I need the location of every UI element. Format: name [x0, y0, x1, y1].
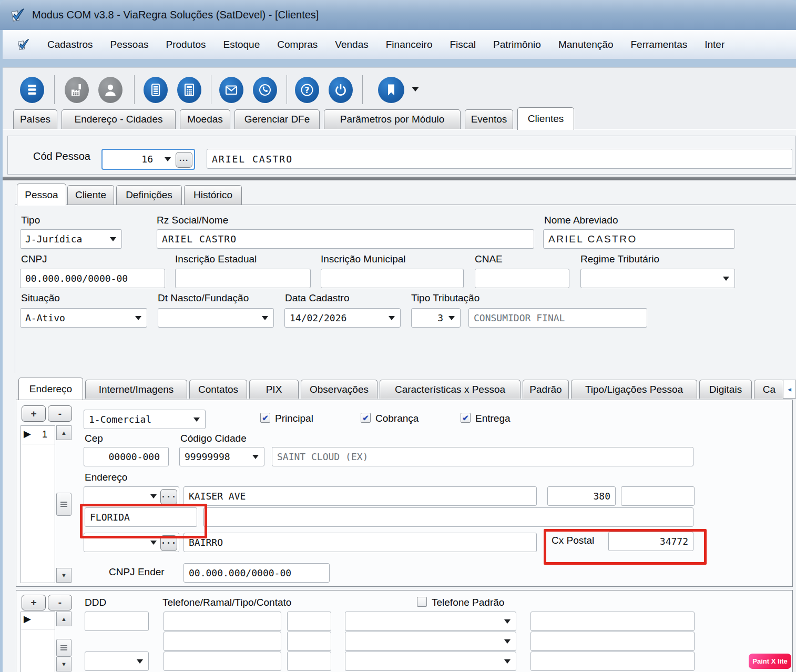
chevron-down-icon[interactable]	[150, 541, 157, 545]
scroll-down-button[interactable]: ▼	[56, 568, 72, 583]
scroll-up-button[interactable]: ▲	[56, 612, 72, 626]
chevron-down-icon[interactable]	[252, 455, 259, 459]
scrollbar-thumb[interactable]	[56, 639, 72, 657]
chevron-down-icon[interactable]	[262, 316, 268, 320]
tab-observacoes[interactable]: Observações	[301, 380, 377, 399]
tab-digitais[interactable]: Digitais	[699, 380, 752, 399]
scroll-down-button[interactable]: ▼	[56, 657, 72, 671]
tab-caracteristicas-pessoa[interactable]: Características x Pessoa	[380, 380, 521, 399]
codigo-cidade-combo[interactable]: 99999998	[179, 447, 264, 466]
tab-internet-imagens[interactable]: Internet/Imagens	[85, 380, 187, 399]
menu-item-cadastros[interactable]: Cadastros	[47, 39, 93, 50]
menu-item-fiscal[interactable]: Fiscal	[450, 39, 476, 50]
menu-item-vendas[interactable]: Vendas	[335, 39, 368, 50]
complemento2-field[interactable]	[203, 507, 693, 527]
regime-tributario-combo[interactable]	[580, 269, 735, 288]
menu-item-ferramentas[interactable]: Ferramentas	[631, 39, 688, 50]
menu-item-manutencao[interactable]: Manutenção	[558, 39, 614, 50]
chevron-down-icon[interactable]	[135, 316, 141, 320]
person-icon[interactable]	[98, 77, 123, 103]
numero-field[interactable]: 380	[547, 486, 616, 506]
address-record-list[interactable]: ▶ 1	[21, 425, 55, 583]
splitter-bar[interactable]	[3, 177, 796, 180]
telefone-field-2[interactable]	[164, 632, 281, 651]
entrega-checkbox[interactable]: ✔	[461, 413, 471, 423]
tab-tipo-ligacoes-pessoa[interactable]: Tipo/Ligações Pessoa	[571, 380, 697, 399]
chevron-down-icon[interactable]	[504, 659, 511, 664]
menu-item-estoque[interactable]: Estoque	[223, 39, 260, 50]
tab-paises[interactable]: Países	[13, 109, 57, 129]
tipo-telefone-combo-2[interactable]	[345, 632, 516, 651]
tipo-endereco-combo[interactable]: 1-Comercial	[84, 410, 206, 429]
ramal-field-2[interactable]	[287, 632, 331, 651]
menu-item-compras[interactable]: Compras	[277, 39, 318, 50]
situacao-combo[interactable]: A-Ativo	[20, 308, 147, 328]
tab-cliente[interactable]: Cliente	[67, 185, 114, 205]
cep-field[interactable]: 00000-000	[84, 447, 169, 466]
help-icon[interactable]: ?	[295, 77, 319, 103]
tab-historico[interactable]: Histórico	[184, 185, 242, 205]
tab-ca[interactable]: Ca	[754, 380, 784, 399]
contato-field-3[interactable]	[530, 651, 695, 671]
phone-record-list[interactable]: ▶	[21, 612, 55, 672]
chevron-down-icon[interactable]	[193, 418, 200, 422]
telefone-padrao-checkbox[interactable]	[417, 597, 427, 607]
cnpj-field[interactable]: 00.000.000/0000-00	[20, 269, 165, 288]
tab-padrao[interactable]: Padrão	[523, 380, 569, 399]
tab-contatos[interactable]: Contatos	[189, 380, 247, 399]
scroll-up-button[interactable]: ▲	[56, 425, 72, 440]
dt-nascto-combo[interactable]	[158, 308, 274, 328]
tipo-logradouro-combo[interactable]: ···	[84, 486, 179, 506]
tab-endereco-cidades[interactable]: Endereço - Cidades	[62, 109, 176, 129]
document-icon[interactable]	[144, 77, 168, 103]
tab-pessoa[interactable]: Pessoa	[17, 184, 66, 206]
tab-pix[interactable]: PIX	[249, 380, 299, 399]
cnae-field[interactable]	[475, 269, 569, 288]
tipo-telefone-combo-3[interactable]	[345, 651, 516, 671]
ddd-field-1[interactable]	[85, 612, 149, 631]
bairro-field[interactable]: BAIRRO	[183, 533, 537, 552]
menu-item-produtos[interactable]: Produtos	[166, 39, 206, 50]
address-scrollbar[interactable]: ▲ ▼	[56, 425, 72, 583]
add-phone-button[interactable]: +	[22, 595, 46, 610]
tab-gerenciar-dfe[interactable]: Gerenciar DFe	[234, 109, 320, 129]
mail-icon[interactable]	[219, 77, 243, 103]
tab-scroll-left-button[interactable]: ◂	[783, 380, 796, 399]
chevron-down-icon[interactable]	[150, 494, 157, 498]
tipo-tributacao-combo[interactable]: 3	[411, 308, 461, 328]
scrollbar-thumb[interactable]	[56, 493, 72, 516]
tab-parametros-por-modulo[interactable]: Parâmetros por Módulo	[324, 109, 461, 129]
chevron-down-icon[interactable]	[389, 316, 395, 320]
ramal-field-3[interactable]	[287, 651, 331, 671]
menu-item-financeiro[interactable]: Financeiro	[386, 39, 433, 50]
cnpj-ender-field[interactable]: 00.000.000/0000-00	[183, 563, 330, 583]
chevron-down-icon[interactable]	[504, 639, 511, 644]
tab-eventos[interactable]: Eventos	[465, 109, 513, 129]
chevron-down-icon[interactable]	[110, 237, 116, 241]
lookup-button[interactable]: ···	[176, 152, 192, 168]
chevron-down-icon[interactable]	[412, 87, 419, 91]
chevron-down-icon[interactable]	[723, 277, 729, 281]
power-icon[interactable]	[329, 77, 353, 103]
complemento-field[interactable]	[621, 486, 695, 506]
principal-checkbox[interactable]: ✔	[260, 413, 270, 423]
tab-endereco[interactable]: Endereço	[18, 378, 83, 400]
bookmark-icon[interactable]	[378, 77, 404, 103]
person-name-field[interactable]: ARIEL CASTRO	[207, 149, 792, 169]
contato-field-2[interactable]	[530, 632, 695, 651]
chevron-down-icon[interactable]	[504, 619, 511, 624]
remove-address-button[interactable]: -	[48, 405, 72, 422]
calculator-icon[interactable]	[177, 77, 201, 103]
database-icon[interactable]	[20, 77, 44, 103]
inscricao-estadual-field[interactable]	[175, 269, 311, 288]
logradouro-lookup-button[interactable]: ···	[160, 489, 177, 505]
ddd-combo-3[interactable]	[85, 651, 149, 671]
cobranca-checkbox[interactable]: ✔	[361, 413, 371, 423]
factory-icon[interactable]	[65, 77, 89, 103]
telefone-field-1[interactable]	[164, 612, 281, 631]
add-address-button[interactable]: +	[22, 405, 46, 422]
rz-social-field[interactable]: ARIEL CASTRO	[157, 229, 534, 249]
menu-item-patrimonio[interactable]: Patrimônio	[493, 39, 541, 50]
tipo-telefone-combo-1[interactable]	[345, 612, 516, 631]
menu-item-internet[interactable]: Inter	[705, 39, 724, 50]
